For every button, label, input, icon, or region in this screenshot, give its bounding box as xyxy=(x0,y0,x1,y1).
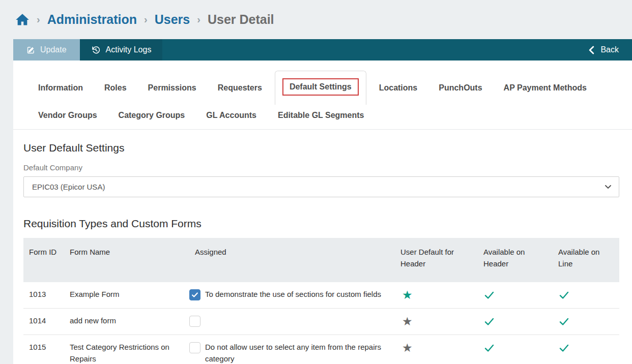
tab-editable-gl-segments[interactable]: Editable GL Segments xyxy=(267,105,375,126)
home-icon[interactable] xyxy=(15,13,30,26)
available-line-cell xyxy=(553,335,619,364)
tab-default-settings[interactable]: Default Settings xyxy=(275,71,366,105)
tab-category-groups[interactable]: Category Groups xyxy=(108,105,196,126)
form-name-cell: Test Category Restrictions on Repairs xyxy=(64,335,189,364)
available-header-cell xyxy=(478,335,553,364)
tab-content: User Default Settings Default Company EP… xyxy=(13,130,632,364)
requisition-forms-table: Form ID Form Name Assigned User Default … xyxy=(23,238,619,364)
col-available-on-line: Available on Line xyxy=(553,238,619,282)
check-icon xyxy=(483,290,494,302)
activity-logs-label: Activity Logs xyxy=(106,45,152,54)
update-button-label: Update xyxy=(40,45,67,54)
col-form-id: Form ID xyxy=(23,238,64,282)
star-icon[interactable]: ★ xyxy=(400,289,413,301)
star-icon[interactable]: ★ xyxy=(400,342,413,354)
available-header-cell xyxy=(478,282,553,308)
tab-roles[interactable]: Roles xyxy=(94,77,137,99)
default-company-select[interactable]: EPIC03 (Epicor USA) xyxy=(23,176,619,197)
form-name-cell: add new form xyxy=(64,309,189,335)
col-user-default-for-header: User Default for Header xyxy=(395,238,478,282)
breadcrumb-separator: › xyxy=(144,14,148,25)
tab-punchouts[interactable]: PunchOuts xyxy=(428,77,493,99)
table-row: 1015 Test Category Restrictions on Repai… xyxy=(23,335,619,364)
tab-locations[interactable]: Locations xyxy=(368,77,428,99)
back-button[interactable]: Back xyxy=(577,39,632,60)
update-button[interactable]: Update xyxy=(13,39,80,60)
assigned-cell xyxy=(189,309,395,335)
detail-panel: Information Roles Permissions Requesters… xyxy=(13,60,632,364)
assigned-cell: To demonstrate the use of sections for c… xyxy=(189,282,395,308)
breadcrumb-administration[interactable]: Administration xyxy=(47,12,137,27)
default-company-label: Default Company xyxy=(23,163,619,172)
back-button-label: Back xyxy=(600,45,619,54)
tab-information[interactable]: Information xyxy=(27,77,94,99)
form-id-cell: 1013 xyxy=(23,282,64,308)
col-available-on-header: Available on Header xyxy=(478,238,553,282)
back-chevron-icon xyxy=(588,46,594,54)
check-icon xyxy=(558,290,569,302)
assigned-description: Do not allow user to select any item fro… xyxy=(205,341,383,364)
tab-row-1: Information Roles Permissions Requesters… xyxy=(27,71,632,105)
table-header-row: Form ID Form Name Assigned User Default … xyxy=(23,238,619,282)
available-header-cell xyxy=(478,309,553,335)
edit-icon xyxy=(26,46,35,54)
page-title: User Detail xyxy=(208,12,274,27)
form-id-cell: 1014 xyxy=(23,309,64,335)
assigned-checkbox[interactable] xyxy=(189,342,200,353)
tab-ap-payment-methods[interactable]: AP Payment Methods xyxy=(493,77,597,99)
tab-row-2: Vendor Groups Category Groups GL Account… xyxy=(27,105,632,129)
breadcrumb-separator: › xyxy=(197,14,200,25)
default-company-select-wrap: EPIC03 (Epicor USA) xyxy=(23,176,619,197)
table-row: 1014 add new form ★ xyxy=(23,309,619,335)
assigned-checkbox[interactable] xyxy=(189,316,200,327)
breadcrumb-separator: › xyxy=(37,14,40,25)
user-default-settings-title: User Default Settings xyxy=(23,142,619,154)
user-default-cell: ★ xyxy=(395,309,478,335)
tab-vendor-groups[interactable]: Vendor Groups xyxy=(27,105,108,126)
user-default-cell: ★ xyxy=(395,335,478,364)
form-name-cell: Example Form xyxy=(64,282,189,308)
breadcrumb-users[interactable]: Users xyxy=(155,12,190,27)
tab-gl-accounts[interactable]: GL Accounts xyxy=(195,105,267,126)
check-icon xyxy=(483,317,494,328)
table-body: 1013 Example Form To demonstrate the use… xyxy=(23,282,619,364)
history-icon xyxy=(91,45,101,55)
breadcrumb: › Administration › Users › User Detail xyxy=(0,0,632,39)
check-icon xyxy=(558,343,569,355)
action-toolbar: Update Activity Logs Back xyxy=(13,39,632,60)
tab-permissions[interactable]: Permissions xyxy=(137,77,207,99)
check-icon xyxy=(558,317,569,328)
col-form-name: Form Name xyxy=(64,238,189,282)
tab-requesters[interactable]: Requesters xyxy=(207,77,273,99)
assigned-checkbox[interactable] xyxy=(189,289,200,300)
check-icon xyxy=(483,343,494,355)
tab-bar: Information Roles Permissions Requesters… xyxy=(13,60,632,130)
available-line-cell xyxy=(553,309,619,335)
activity-logs-button[interactable]: Activity Logs xyxy=(80,39,163,60)
available-line-cell xyxy=(553,282,619,308)
assigned-description: To demonstrate the use of sections for c… xyxy=(205,288,381,300)
active-tab-highlight: Default Settings xyxy=(282,78,359,96)
table-row: 1013 Example Form To demonstrate the use… xyxy=(23,282,619,309)
assigned-cell: Do not allow user to select any item fro… xyxy=(189,335,395,364)
col-assigned: Assigned xyxy=(189,238,395,282)
star-icon[interactable]: ★ xyxy=(400,316,413,327)
requisition-forms-title: Requisition Types and Custom Forms xyxy=(23,218,619,230)
form-id-cell: 1015 xyxy=(23,335,64,364)
user-default-cell: ★ xyxy=(395,282,478,308)
